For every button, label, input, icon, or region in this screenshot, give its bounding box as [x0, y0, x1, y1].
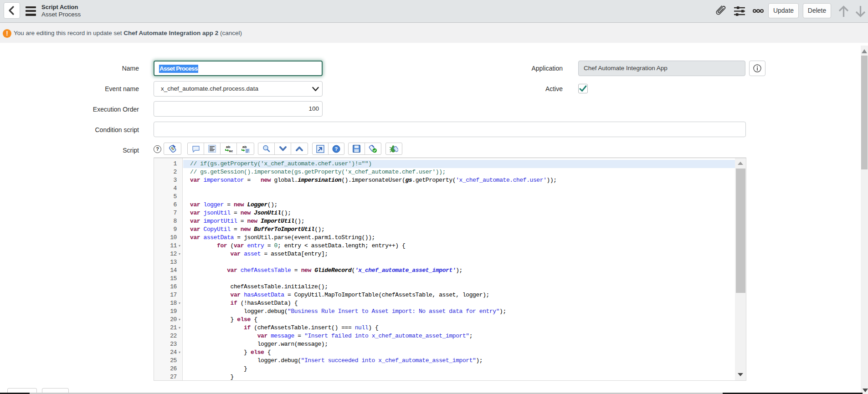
svg-text:ab: ab — [226, 145, 230, 149]
svg-text:ab: ab — [242, 145, 247, 149]
svg-text:?: ? — [335, 146, 338, 152]
svg-text:ac: ac — [229, 149, 233, 153]
